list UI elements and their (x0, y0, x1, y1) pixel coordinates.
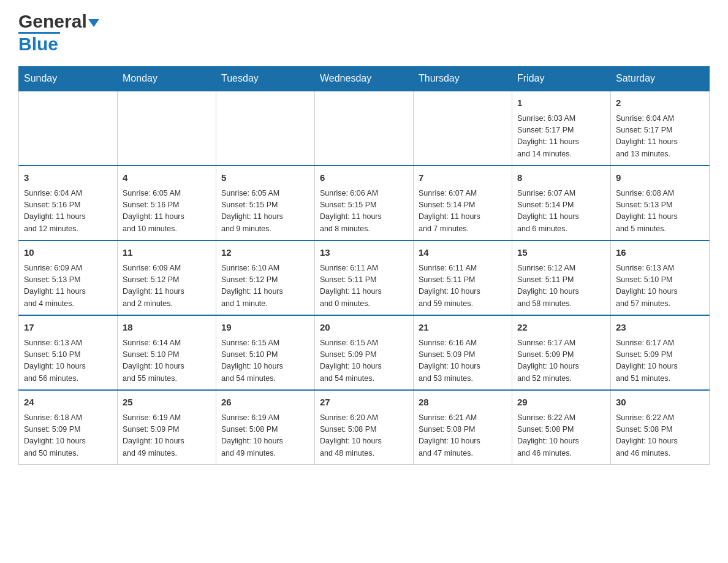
day-info: Sunrise: 6:13 AMSunset: 5:10 PMDaylight:… (616, 262, 704, 310)
day-info: Sunrise: 6:14 AMSunset: 5:10 PMDaylight:… (123, 337, 211, 385)
calendar-cell: 10Sunrise: 6:09 AMSunset: 5:13 PMDayligh… (19, 240, 118, 315)
day-info: Sunrise: 6:12 AMSunset: 5:11 PMDaylight:… (517, 262, 605, 310)
day-number: 15 (517, 246, 605, 260)
day-info: Sunrise: 6:06 AMSunset: 5:15 PMDaylight:… (320, 188, 408, 236)
calendar-cell: 27Sunrise: 6:20 AMSunset: 5:08 PMDayligh… (315, 390, 414, 465)
day-number: 23 (616, 321, 704, 335)
day-number: 12 (221, 246, 309, 260)
day-number: 9 (616, 171, 704, 185)
day-number: 8 (517, 171, 605, 185)
weekday-header-sunday: Sunday (19, 67, 118, 91)
calendar-cell: 26Sunrise: 6:19 AMSunset: 5:08 PMDayligh… (216, 390, 315, 465)
logo: General Blue (18, 12, 99, 54)
day-number: 22 (517, 321, 605, 335)
day-number: 28 (419, 396, 507, 410)
calendar-cell: 23Sunrise: 6:17 AMSunset: 5:09 PMDayligh… (611, 315, 710, 390)
day-info: Sunrise: 6:10 AMSunset: 5:12 PMDaylight:… (221, 262, 309, 310)
day-number: 30 (616, 396, 704, 410)
weekday-header-tuesday: Tuesday (216, 67, 315, 91)
calendar-week-5: 24Sunrise: 6:18 AMSunset: 5:09 PMDayligh… (19, 390, 710, 465)
day-number: 19 (221, 321, 309, 335)
calendar-cell: 3Sunrise: 6:04 AMSunset: 5:16 PMDaylight… (19, 166, 118, 240)
calendar-cell (315, 91, 414, 166)
day-info: Sunrise: 6:05 AMSunset: 5:15 PMDaylight:… (221, 188, 309, 236)
calendar-cell: 8Sunrise: 6:07 AMSunset: 5:14 PMDaylight… (512, 166, 611, 240)
day-info: Sunrise: 6:15 AMSunset: 5:10 PMDaylight:… (221, 337, 309, 385)
calendar-cell: 21Sunrise: 6:16 AMSunset: 5:09 PMDayligh… (414, 315, 512, 390)
day-info: Sunrise: 6:05 AMSunset: 5:16 PMDaylight:… (123, 188, 211, 236)
day-number: 13 (320, 246, 408, 260)
day-number: 25 (123, 396, 211, 410)
day-number: 5 (221, 171, 309, 185)
day-info: Sunrise: 6:07 AMSunset: 5:14 PMDaylight:… (517, 188, 605, 236)
day-info: Sunrise: 6:03 AMSunset: 5:17 PMDaylight:… (517, 113, 605, 161)
day-number: 4 (123, 171, 211, 185)
day-number: 27 (320, 396, 408, 410)
weekday-header-thursday: Thursday (414, 67, 512, 91)
calendar-cell (216, 91, 315, 166)
calendar-cell: 4Sunrise: 6:05 AMSunset: 5:16 PMDaylight… (118, 166, 216, 240)
calendar-cell (19, 91, 118, 166)
day-number: 1 (517, 96, 605, 110)
calendar-cell: 16Sunrise: 6:13 AMSunset: 5:10 PMDayligh… (611, 240, 710, 315)
weekday-header-wednesday: Wednesday (315, 67, 414, 91)
calendar-cell: 1Sunrise: 6:03 AMSunset: 5:17 PMDaylight… (512, 91, 611, 166)
calendar-cell: 28Sunrise: 6:21 AMSunset: 5:08 PMDayligh… (414, 390, 512, 465)
page-header: General Blue (18, 12, 710, 54)
weekday-header-saturday: Saturday (611, 67, 710, 91)
calendar-cell: 9Sunrise: 6:08 AMSunset: 5:13 PMDaylight… (611, 166, 710, 240)
day-number: 29 (517, 396, 605, 410)
day-number: 20 (320, 321, 408, 335)
day-info: Sunrise: 6:04 AMSunset: 5:17 PMDaylight:… (616, 113, 704, 161)
day-number: 6 (320, 171, 408, 185)
calendar-cell: 12Sunrise: 6:10 AMSunset: 5:12 PMDayligh… (216, 240, 315, 315)
calendar-cell: 18Sunrise: 6:14 AMSunset: 5:10 PMDayligh… (118, 315, 216, 390)
logo-text: General (18, 12, 99, 31)
calendar-table: SundayMondayTuesdayWednesdayThursdayFrid… (18, 66, 710, 465)
calendar-cell: 29Sunrise: 6:22 AMSunset: 5:08 PMDayligh… (512, 390, 611, 465)
day-info: Sunrise: 6:11 AMSunset: 5:11 PMDaylight:… (320, 262, 408, 310)
day-info: Sunrise: 6:13 AMSunset: 5:10 PMDaylight:… (24, 337, 112, 385)
day-info: Sunrise: 6:09 AMSunset: 5:12 PMDaylight:… (123, 262, 211, 310)
day-info: Sunrise: 6:15 AMSunset: 5:09 PMDaylight:… (320, 337, 408, 385)
calendar-cell (414, 91, 512, 166)
day-number: 11 (123, 246, 211, 260)
calendar-cell: 11Sunrise: 6:09 AMSunset: 5:12 PMDayligh… (118, 240, 216, 315)
day-info: Sunrise: 6:17 AMSunset: 5:09 PMDaylight:… (517, 337, 605, 385)
calendar-cell: 17Sunrise: 6:13 AMSunset: 5:10 PMDayligh… (19, 315, 118, 390)
calendar-week-3: 10Sunrise: 6:09 AMSunset: 5:13 PMDayligh… (19, 240, 710, 315)
day-info: Sunrise: 6:08 AMSunset: 5:13 PMDaylight:… (616, 188, 704, 236)
weekday-header-friday: Friday (512, 67, 611, 91)
day-info: Sunrise: 6:19 AMSunset: 5:08 PMDaylight:… (221, 412, 309, 460)
calendar-cell: 20Sunrise: 6:15 AMSunset: 5:09 PMDayligh… (315, 315, 414, 390)
day-number: 2 (616, 96, 704, 110)
calendar-cell: 19Sunrise: 6:15 AMSunset: 5:10 PMDayligh… (216, 315, 315, 390)
calendar-cell: 13Sunrise: 6:11 AMSunset: 5:11 PMDayligh… (315, 240, 414, 315)
calendar-cell: 15Sunrise: 6:12 AMSunset: 5:11 PMDayligh… (512, 240, 611, 315)
day-info: Sunrise: 6:21 AMSunset: 5:08 PMDaylight:… (419, 412, 507, 460)
calendar-week-1: 1Sunrise: 6:03 AMSunset: 5:17 PMDaylight… (19, 91, 710, 166)
calendar-cell: 7Sunrise: 6:07 AMSunset: 5:14 PMDaylight… (414, 166, 512, 240)
day-info: Sunrise: 6:07 AMSunset: 5:14 PMDaylight:… (419, 188, 507, 236)
day-number: 24 (24, 396, 112, 410)
calendar-cell: 6Sunrise: 6:06 AMSunset: 5:15 PMDaylight… (315, 166, 414, 240)
calendar-cell: 5Sunrise: 6:05 AMSunset: 5:15 PMDaylight… (216, 166, 315, 240)
weekday-header-monday: Monday (118, 67, 216, 91)
calendar-cell: 25Sunrise: 6:19 AMSunset: 5:09 PMDayligh… (118, 390, 216, 465)
day-number: 18 (123, 321, 211, 335)
calendar-cell (118, 91, 216, 166)
day-number: 16 (616, 246, 704, 260)
day-number: 21 (419, 321, 507, 335)
day-number: 7 (419, 171, 507, 185)
calendar-week-2: 3Sunrise: 6:04 AMSunset: 5:16 PMDaylight… (19, 166, 710, 240)
calendar-cell: 14Sunrise: 6:11 AMSunset: 5:11 PMDayligh… (414, 240, 512, 315)
day-info: Sunrise: 6:09 AMSunset: 5:13 PMDaylight:… (24, 262, 112, 310)
day-info: Sunrise: 6:22 AMSunset: 5:08 PMDaylight:… (517, 412, 605, 460)
calendar-cell: 30Sunrise: 6:22 AMSunset: 5:08 PMDayligh… (611, 390, 710, 465)
day-info: Sunrise: 6:22 AMSunset: 5:08 PMDaylight:… (616, 412, 704, 460)
day-number: 10 (24, 246, 112, 260)
day-info: Sunrise: 6:20 AMSunset: 5:08 PMDaylight:… (320, 412, 408, 460)
day-info: Sunrise: 6:19 AMSunset: 5:09 PMDaylight:… (123, 412, 211, 460)
logo-blue-text: Blue (18, 34, 58, 54)
calendar-cell: 22Sunrise: 6:17 AMSunset: 5:09 PMDayligh… (512, 315, 611, 390)
